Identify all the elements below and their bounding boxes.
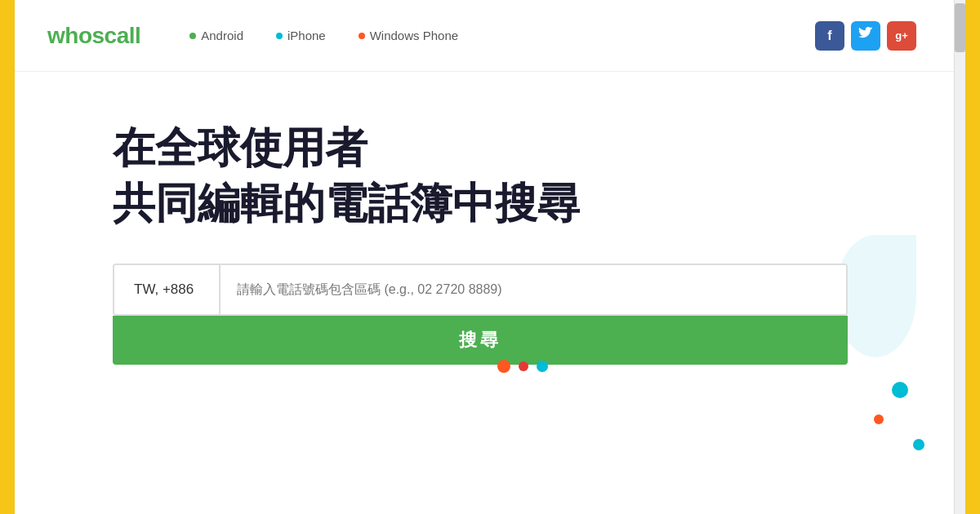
- nav-windows-phone[interactable]: Windows Phone: [359, 29, 458, 42]
- deco-dot-orange: [874, 414, 884, 424]
- twitter-icon: [858, 27, 873, 45]
- googleplus-button[interactable]: g+: [887, 21, 916, 51]
- search-deco-dot-cyan: [537, 361, 548, 372]
- hero-section: 在全球使用者 共同編輯的電話簿中搜尋 TW, +886 搜尋: [15, 72, 965, 514]
- deco-dot-cyan-2: [913, 439, 924, 450]
- iphone-dot-icon: [276, 33, 283, 39]
- social-icons: f g+: [815, 21, 916, 51]
- windows-phone-dot-icon: [359, 33, 365, 39]
- android-dot-icon: [189, 33, 196, 39]
- facebook-button[interactable]: f: [815, 21, 844, 51]
- nav-iphone[interactable]: iPhone: [276, 29, 326, 42]
- left-border: [0, 0, 15, 514]
- googleplus-icon: g+: [895, 29, 908, 42]
- search-deco-dot-red: [519, 361, 528, 371]
- nav-iphone-label: iPhone: [287, 29, 326, 42]
- header: whoscall Android iPhone Windows Phone f: [15, 0, 965, 72]
- nav-android-label: Android: [201, 29, 243, 42]
- country-code: TW, +886: [134, 281, 194, 298]
- search-deco-dot-orange: [497, 360, 510, 373]
- nav-windows-phone-label: Windows Phone: [370, 29, 458, 42]
- deco-dot-cyan: [892, 382, 908, 398]
- hero-title-line2: 共同編輯的電話簿中搜尋: [113, 179, 580, 227]
- facebook-icon: f: [827, 29, 831, 43]
- search-button-row: 搜尋: [113, 316, 848, 365]
- twitter-button[interactable]: [851, 21, 880, 51]
- hero-title: 在全球使用者 共同編輯的電話簿中搜尋: [113, 121, 933, 231]
- search-container: TW, +886: [113, 264, 848, 316]
- right-border: [965, 0, 980, 514]
- phone-input[interactable]: [220, 265, 846, 314]
- main-content: whoscall Android iPhone Windows Phone f: [15, 0, 965, 514]
- country-selector[interactable]: TW, +886: [114, 265, 220, 314]
- scrollbar[interactable]: [954, 0, 965, 514]
- search-button[interactable]: 搜尋: [113, 316, 848, 365]
- logo[interactable]: whoscall: [47, 23, 140, 49]
- nav-android[interactable]: Android: [189, 29, 243, 42]
- hero-title-line1: 在全球使用者: [113, 124, 368, 171]
- scrollbar-thumb[interactable]: [955, 3, 965, 52]
- navigation: Android iPhone Windows Phone: [189, 29, 815, 42]
